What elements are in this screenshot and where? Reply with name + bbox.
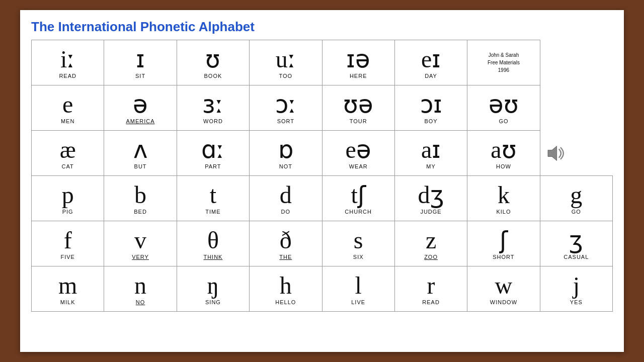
ipa-word-r2-c3: NOT xyxy=(251,163,320,169)
page-title: The International Phonetic Alphabet xyxy=(31,19,613,35)
ipa-word-r2-c4: WEAR xyxy=(324,163,393,169)
ipa-symbol-r5-c6: w xyxy=(468,273,538,299)
ipa-symbol-r2-c6: aʊ xyxy=(468,137,538,163)
ipa-symbol-r0-c4: ɪə xyxy=(324,46,393,73)
ipa-symbol-r5-c3: h xyxy=(251,273,320,299)
ipa-word-r4-c0: FIVE xyxy=(33,254,103,260)
ipa-word-r1-c3: SORT xyxy=(251,118,320,124)
cell-r1-c5: ɔɪBOY xyxy=(394,85,467,131)
ipa-symbol-r3-c0: p xyxy=(33,182,103,209)
cell-r4-c2: θTHINK xyxy=(177,221,249,266)
ipa-word-r4-c1: VERY xyxy=(105,254,175,260)
ipa-word-r0-c4: HERE xyxy=(324,73,393,79)
cell-r4-c3: ðTHE xyxy=(250,221,322,266)
ipa-symbol-r5-c4: l xyxy=(324,273,393,299)
ipa-symbol-r1-c0: e xyxy=(33,92,103,118)
ipa-symbol-r0-c2: ʊ xyxy=(178,46,248,73)
cell-r2-c0: æCAT xyxy=(32,131,104,176)
ipa-word-r2-c2: PART xyxy=(178,163,248,169)
cell-r3-c7: gGO xyxy=(540,176,612,221)
ipa-symbol-r0-c5: eɪ xyxy=(396,46,466,73)
ipa-word-r4-c3: THE xyxy=(251,254,320,260)
ipa-symbol-r4-c6: ʃ xyxy=(468,227,538,254)
ipa-word-r1-c0: MEN xyxy=(33,118,103,124)
ipa-word-r5-c2: SING xyxy=(178,299,248,305)
cell-r3-c4: tʃCHURCH xyxy=(322,176,394,221)
ipa-symbol-r3-c3: d xyxy=(251,182,320,209)
cell-r2-c4: eəWEAR xyxy=(322,131,394,176)
cell-r4-c6: ʃSHORT xyxy=(467,221,540,266)
ipa-symbol-r3-c5: dʒ xyxy=(396,182,466,209)
ipa-symbol-r5-c7: j xyxy=(541,273,611,299)
cell-r1-c0: eMEN xyxy=(32,85,104,131)
cell-r3-c3: dDO xyxy=(250,176,322,221)
ipa-word-r3-c3: DO xyxy=(251,209,320,215)
ipa-word-r2-c0: CAT xyxy=(33,163,103,169)
cell-r0-c1: ɪSIT xyxy=(104,40,177,85)
ipa-symbol-r1-c4: ʊə xyxy=(324,92,393,118)
ipa-symbol-r3-c4: tʃ xyxy=(324,182,393,209)
cell-r3-c5: dʒJUDGE xyxy=(394,176,467,221)
cell-r0-c0: iːREAD xyxy=(32,40,104,85)
ipa-symbol-r3-c1: b xyxy=(105,182,175,209)
cell-r4-c1: vVERY xyxy=(104,221,177,266)
cell-r2-c5: aɪMY xyxy=(394,131,467,176)
svg-marker-0 xyxy=(548,146,557,160)
cell-r5-c3: hHELLO xyxy=(250,266,322,312)
ipa-word-r5-c5: READ xyxy=(396,299,466,305)
ipa-word-r5-c7: YES xyxy=(541,299,611,305)
cell-r5-c7: jYES xyxy=(540,266,612,312)
ipa-symbol-r1-c5: ɔɪ xyxy=(396,92,466,118)
ipa-symbol-r4-c4: s xyxy=(324,227,393,254)
ipa-word-r3-c2: TIME xyxy=(178,209,248,215)
cell-r1-c3: ɔːSORT xyxy=(250,85,322,131)
ipa-word-r4-c6: SHORT xyxy=(468,254,538,260)
ipa-word-r0-c3: TOO xyxy=(251,73,320,79)
ipa-word-r1-c5: BOY xyxy=(396,118,466,124)
ipa-symbol-r2-c1: ʌ xyxy=(105,137,175,163)
ipa-word-r2-c1: BUT xyxy=(105,163,175,169)
cell-r0-c2: ʊBOOK xyxy=(177,40,249,85)
cell-r2-c2: ɑːPART xyxy=(177,131,249,176)
cell-r5-c2: ŋSING xyxy=(177,266,249,312)
ipa-word-r4-c7: CASUAL xyxy=(541,254,611,260)
cell-r0-c6: John & SarahFree Materials1996 xyxy=(467,40,540,85)
ipa-word-r0-c5: DAY xyxy=(396,73,466,79)
ipa-symbol-r1-c6: əʊ xyxy=(468,92,538,118)
ipa-symbol-r1-c2: ɜː xyxy=(178,92,248,118)
cell-r0-c4: ɪəHERE xyxy=(322,40,394,85)
ipa-word-r1-c2: WORD xyxy=(178,118,248,124)
cell-r4-c0: fFIVE xyxy=(32,221,104,266)
ipa-word-r2-c5: MY xyxy=(396,163,466,169)
speaker-icon[interactable] xyxy=(546,145,566,162)
cell-r4-c5: zZOO xyxy=(394,221,467,266)
ipa-word-r0-c1: SIT xyxy=(105,73,175,79)
ipa-word-r4-c2: THINK xyxy=(178,254,248,260)
ipa-symbol-r2-c5: aɪ xyxy=(396,137,466,163)
ipa-word-r5-c6: WINDOW xyxy=(468,299,538,305)
cell-r0-c3: uːTOO xyxy=(250,40,322,85)
ipa-word-r3-c5: JUDGE xyxy=(396,209,466,215)
cell-r1-c1: əAMERICA xyxy=(104,85,177,131)
ipa-symbol-r4-c5: z xyxy=(396,227,466,254)
ipa-symbol-r4-c2: θ xyxy=(178,227,248,254)
ipa-word-r3-c7: GO xyxy=(541,209,611,215)
ipa-symbol-r4-c1: v xyxy=(105,227,175,254)
cell-r3-c1: bBED xyxy=(104,176,177,221)
ipa-symbol-r0-c0: iː xyxy=(33,46,103,73)
credit-line3: 1996 xyxy=(498,67,509,73)
ipa-symbol-r3-c2: t xyxy=(178,182,248,209)
cell-r1-c2: ɜːWORD xyxy=(177,85,249,131)
ipa-word-r0-c0: READ xyxy=(33,73,103,79)
ipa-word-r3-c0: PIG xyxy=(33,209,103,215)
ipa-word-r0-c2: BOOK xyxy=(178,73,248,79)
ipa-symbol-r3-c7: g xyxy=(541,182,611,209)
cell-r0-c5: eɪDAY xyxy=(394,40,467,85)
ipa-symbol-r1-c3: ɔː xyxy=(251,92,320,118)
cell-r5-c4: lLIVE xyxy=(322,266,394,312)
ipa-symbol-r1-c1: ə xyxy=(105,92,175,118)
cell-r5-c6: wWINDOW xyxy=(467,266,540,312)
cell-r5-c5: rREAD xyxy=(394,266,467,312)
credit-line2: Free Materials xyxy=(488,60,520,65)
cell-r3-c0: pPIG xyxy=(32,176,104,221)
